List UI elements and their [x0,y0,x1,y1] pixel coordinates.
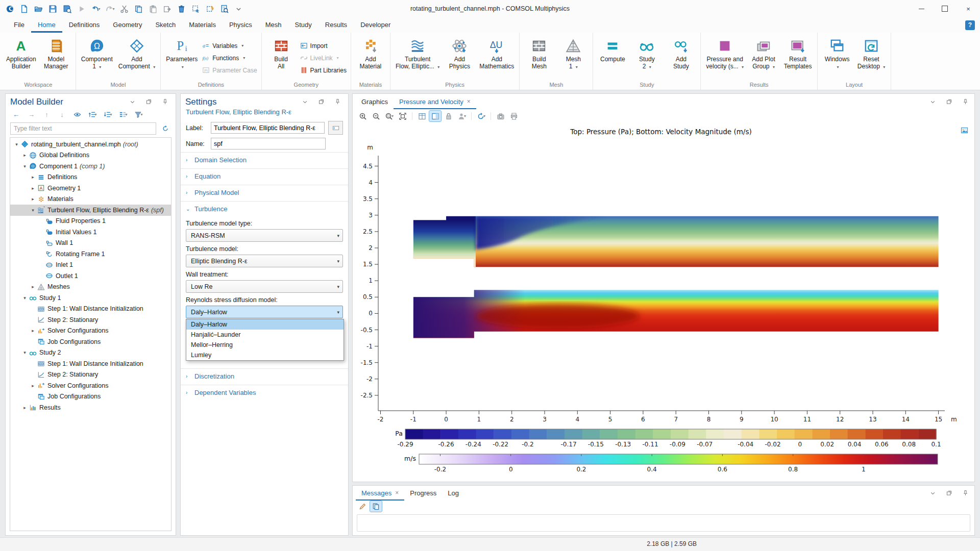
ribbon-button-add-physics[interactable]: AddPhysics [443,35,476,81]
qat-toolbar-overflow-button[interactable] [232,2,246,15]
dropdown-option-mellor-herring[interactable]: Mellor–Herring [186,340,344,350]
qat-redo-button[interactable]: ▾ [103,2,117,15]
tree-back-button[interactable]: ← [10,109,22,120]
ribbon-button-variables[interactable]: a=Variables▾ [202,40,257,52]
tree-node-component-1[interactable]: ▾ΩComponent 1(comp 1) [10,161,171,172]
ribbon-button-application-builder[interactable]: AApplicationBuilder [4,35,39,81]
tree-forward-button[interactable]: → [26,109,37,120]
lock-button[interactable] [443,111,454,121]
ribbon-button-compute[interactable]: Compute [596,35,629,81]
ribbon-button-add-plot-group[interactable]: Add PlotGroup ▾ [747,35,780,81]
tree-node-study-2[interactable]: ▾Study 2 [10,347,171,359]
print-button[interactable] [508,111,520,121]
qat-copy-button[interactable] [132,2,145,15]
tree-node-wall-1[interactable]: DWall 1 [10,238,171,249]
ribbon-tab-file[interactable]: File [7,17,31,33]
minimize-button[interactable] [910,0,933,17]
qat-select-region-button[interactable] [189,2,203,15]
tree-expander-icon[interactable]: ▸ [30,196,36,202]
tree-node-job-configurations[interactable]: Job Configurations [10,336,171,347]
qat-delete-button[interactable] [175,2,188,15]
messages-content[interactable] [357,514,970,532]
ribbon-button-turbulent-flow-elliptic[interactable]: TurbulentFlow, Elliptic... ▾ [393,35,442,81]
node-view-button[interactable]: ▾ [117,109,129,120]
tab-pressure-and-velocity[interactable]: Pressure and Velocity× [394,94,476,109]
tree-node-step-1-wall-distance-initialization[interactable]: Step 1: Wall Distance Initialization [10,358,171,369]
ribbon-button-pressure-and-velocity-s[interactable]: Pressure andvelocity (s... ▾ [703,35,746,81]
ribbon-button-reset-desktop[interactable]: ResetDesktop ▾ [854,35,888,81]
pen-button[interactable] [357,501,369,512]
tree-node-solver-configurations[interactable]: ▸Solver Configurations [10,325,171,337]
tree-node-turbulent-flow-elliptic-blending-r[interactable]: ▾*Turbulent Flow, Elliptic Blending R-ε(… [10,205,171,216]
ribbon-button-result-templates[interactable]: ResultTemplates [781,35,815,81]
panel-pin-button[interactable] [159,96,171,107]
tree-node-study-1[interactable]: ▾Study 1 [10,292,171,304]
combo-reynolds-stress-diffusion-model[interactable]: Daly–Harlow▾ [186,306,343,318]
tree-node-step-2-stationary[interactable]: Step 2: Stationary [10,314,171,325]
rename-button[interactable] [328,121,343,135]
camera-button[interactable] [495,111,506,121]
combo-turbulence-model-type[interactable]: RANS-RSM▾ [186,229,343,242]
split-view-button[interactable] [429,111,441,121]
tab-progress[interactable]: Progress [404,485,442,500]
tree-expander-icon[interactable]: ▸ [30,284,36,289]
filter-button[interactable]: ▾ [133,109,144,120]
ribbon-tab-geometry[interactable]: Geometry [106,17,149,33]
tree-expander-icon[interactable]: ▾ [30,208,36,213]
ribbon-tab-definitions[interactable]: Definitions [62,17,107,33]
help-button[interactable]: ? [965,20,975,30]
qat-undo-button[interactable]: ▾ [89,2,103,15]
panel-collapse-button[interactable] [927,488,939,498]
update-plot-button[interactable]: ▾ [475,111,487,121]
tree-expander-icon[interactable]: ▾ [13,142,20,147]
ribbon-button-build-mesh[interactable]: BuildMesh [522,35,556,81]
plot-image-icon[interactable] [961,127,968,136]
tree-expander-icon[interactable]: ▸ [30,186,36,191]
dropdown-option-daly-harlow[interactable]: Daly–Harlow [186,319,344,330]
ribbon-button-import[interactable]: Import [300,40,347,52]
tree-node-inlet-1[interactable]: Inlet 1 [10,260,171,271]
name-field[interactable] [211,138,326,149]
qat-paste-button[interactable] [146,2,160,15]
ribbon-button-add-component[interactable]: AddComponent ▾ [116,35,158,81]
tree-node-meshes[interactable]: ▸Meshes [10,282,171,293]
scene-view-button[interactable]: ▾ [456,111,468,121]
section-domain-selection[interactable]: ›Domain Selection [181,152,348,167]
label-field[interactable] [211,122,325,134]
ribbon-tab-sketch[interactable]: Sketch [149,17,182,33]
tree-node-step-1-wall-distance-initialization[interactable]: Step 1: Wall Distance Initialization [10,304,171,315]
panel-pin-button[interactable] [332,96,344,107]
ribbon-tab-physics[interactable]: Physics [223,17,259,33]
combo-turbulence-model[interactable]: Elliptic Blending R-ε▾ [186,255,343,267]
panel-float-button[interactable] [943,488,955,498]
ribbon-button-add-study[interactable]: AddStudy [664,35,698,81]
plot-canvas[interactable]: Top: Pressure (Pa); Bottom: Velocity Mag… [353,123,974,482]
panel-pin-button[interactable] [960,96,971,107]
tab-log[interactable]: Log [442,485,464,500]
tree-expander-icon[interactable]: ▸ [30,328,36,333]
tree-node-results[interactable]: ▸Results [10,402,171,413]
tree-expander-icon[interactable]: ▾ [21,295,28,300]
maximize-button[interactable] [933,0,957,17]
ribbon-button-parameters[interactable]: PiParameters ▾ [163,35,200,81]
tree-expander-icon[interactable]: ▸ [30,174,36,180]
tree-expander-icon[interactable]: ▸ [30,383,36,388]
ribbon-button-component-1[interactable]: ΩComponent1 ▾ [79,35,115,81]
tree-node-initial-values-1[interactable]: DInitial Values 1 [10,227,171,238]
qat-comsol-logo-button[interactable] [3,2,17,15]
zoom-extents-button[interactable] [397,111,408,121]
tree-node-outlet-1[interactable]: Outlet 1 [10,270,171,282]
expand-tree-button[interactable]: ▾ [87,109,99,120]
dropdown-option-hanjali-launder[interactable]: Hanjalić–Launder [186,330,344,340]
tree-node-fluid-properties-1[interactable]: DFluid Properties 1 [10,216,171,227]
qat-cut-button[interactable] [117,2,131,15]
tree-node-definitions[interactable]: ▸Definitions [10,172,171,183]
ribbon-tab-home[interactable]: Home [31,17,62,33]
section-dependent-variables[interactable]: ›Dependent Variables [181,385,348,400]
section-turbulence[interactable]: ⌄Turbulence [181,201,348,216]
panel-collapse-button[interactable] [299,96,311,107]
ribbon-button-add-mathematics[interactable]: ΔUAddMathematics [477,35,517,81]
tree-expander-icon[interactable]: ▾ [21,164,28,169]
panel-float-button[interactable] [143,96,155,107]
ribbon-tab-results[interactable]: Results [318,17,354,33]
